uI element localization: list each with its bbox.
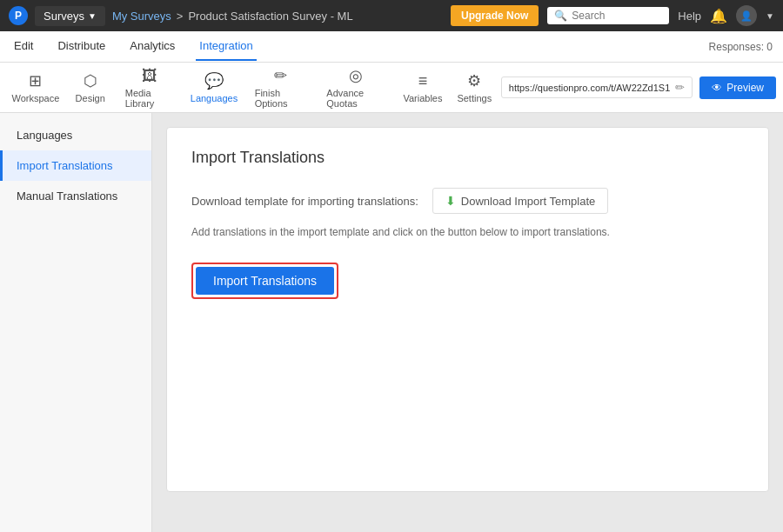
tool-languages-label: Languages bbox=[191, 93, 238, 103]
tool-media-label: Media Library bbox=[125, 88, 174, 109]
page-title: Import Translations bbox=[191, 149, 744, 167]
preview-eye-icon: 👁 bbox=[712, 82, 722, 94]
preview-button[interactable]: 👁 Preview bbox=[699, 76, 776, 99]
logo: P bbox=[9, 6, 28, 25]
help-text: Help bbox=[678, 10, 701, 23]
breadcrumb-my-surveys[interactable]: My Surveys bbox=[112, 10, 171, 23]
tool-workspace[interactable]: ⊞ Workspace bbox=[7, 68, 64, 107]
main-area: Languages Import Translations Manual Tra… bbox=[0, 113, 783, 532]
import-translations-button[interactable]: Import Translations bbox=[196, 267, 334, 295]
download-template-button[interactable]: ⬇ Download Import Template bbox=[432, 188, 608, 214]
content-panel: Import Translations Download template fo… bbox=[152, 113, 783, 532]
nav-analytics[interactable]: Analytics bbox=[126, 32, 178, 61]
search-box: 🔍 bbox=[547, 7, 669, 24]
search-icon: 🔍 bbox=[554, 10, 567, 22]
responses-count: Responses: 0 bbox=[709, 41, 773, 53]
breadcrumb-current: Product Satisfaction Survey - ML bbox=[188, 10, 352, 23]
survey-url: https://questionpro.com/t/AW22Zd1S1 bbox=[509, 83, 670, 93]
sidebar-item-languages[interactable]: Languages bbox=[0, 120, 151, 150]
settings-icon: ⚙ bbox=[467, 71, 481, 90]
breadcrumb-separator: > bbox=[177, 10, 184, 23]
help-note: Add translations in the import template … bbox=[191, 226, 744, 238]
tool-design[interactable]: ⬡ Design bbox=[68, 68, 113, 107]
tool-finish-label: Finish Options bbox=[255, 88, 306, 109]
search-input[interactable] bbox=[572, 10, 662, 22]
import-button-wrapper: Import Translations bbox=[191, 263, 338, 299]
surveys-dropdown-button[interactable]: Surveys ▼ bbox=[35, 6, 105, 26]
tool-advance-quotas[interactable]: ◎ Advance Quotas bbox=[318, 63, 394, 112]
tool-finish-options[interactable]: ✏ Finish Options bbox=[246, 63, 315, 112]
tool-quotas-label: Advance Quotas bbox=[326, 88, 385, 109]
languages-icon: 💬 bbox=[204, 71, 224, 90]
advance-quotas-icon: ◎ bbox=[349, 66, 363, 85]
preview-label: Preview bbox=[726, 82, 764, 94]
tool-settings[interactable]: ⚙ Settings bbox=[452, 68, 498, 107]
sidebar-item-import-translations[interactable]: Import Translations bbox=[0, 150, 151, 181]
finish-options-icon: ✏ bbox=[274, 66, 287, 85]
tool-media-library[interactable]: 🖼 Media Library bbox=[117, 63, 183, 112]
download-label: Download template for importing translat… bbox=[191, 195, 418, 208]
variables-icon: ≡ bbox=[418, 72, 428, 90]
media-library-icon: 🖼 bbox=[142, 67, 157, 85]
user-dropdown-arrow-icon[interactable]: ▼ bbox=[766, 11, 774, 21]
tool-settings-label: Settings bbox=[457, 93, 492, 103]
second-nav-bar: Edit Distribute Analytics Integration Re… bbox=[0, 31, 783, 63]
toolbar: ⊞ Workspace ⬡ Design 🖼 Media Library 💬 L… bbox=[0, 63, 783, 113]
tool-workspace-label: Workspace bbox=[11, 93, 59, 103]
surveys-label: Surveys bbox=[44, 10, 84, 23]
dropdown-arrow-icon: ▼ bbox=[88, 11, 97, 21]
workspace-icon: ⊞ bbox=[29, 71, 42, 90]
top-bar-right: Upgrade Now 🔍 Help 🔔 👤 ▼ bbox=[451, 5, 774, 26]
nav-distribute[interactable]: Distribute bbox=[54, 32, 109, 61]
bell-icon[interactable]: 🔔 bbox=[710, 8, 727, 24]
nav-edit[interactable]: Edit bbox=[10, 32, 37, 61]
url-box: https://questionpro.com/t/AW22Zd1S1 ✏ bbox=[501, 76, 693, 98]
design-icon: ⬡ bbox=[84, 71, 97, 90]
content-card: Import Translations Download template fo… bbox=[166, 127, 769, 492]
toolbar-right: https://questionpro.com/t/AW22Zd1S1 ✏ 👁 … bbox=[501, 76, 776, 99]
download-icon: ⬇ bbox=[445, 194, 456, 208]
download-btn-label: Download Import Template bbox=[461, 195, 595, 208]
download-row: Download template for importing translat… bbox=[191, 188, 744, 214]
tool-design-label: Design bbox=[76, 93, 105, 103]
edit-url-icon[interactable]: ✏ bbox=[675, 81, 685, 94]
tool-variables[interactable]: ≡ Variables bbox=[398, 69, 448, 107]
top-bar: P Surveys ▼ My Surveys > Product Satisfa… bbox=[0, 0, 783, 31]
sidebar-item-manual-translations[interactable]: Manual Translations bbox=[0, 181, 151, 211]
breadcrumb: My Surveys > Product Satisfaction Survey… bbox=[112, 10, 353, 23]
nav-integration[interactable]: Integration bbox=[196, 32, 256, 61]
sidebar: Languages Import Translations Manual Tra… bbox=[0, 113, 152, 532]
tool-variables-label: Variables bbox=[403, 93, 442, 103]
upgrade-button[interactable]: Upgrade Now bbox=[451, 5, 539, 26]
tool-languages[interactable]: 💬 Languages bbox=[185, 68, 242, 107]
user-avatar[interactable]: 👤 bbox=[736, 5, 757, 26]
